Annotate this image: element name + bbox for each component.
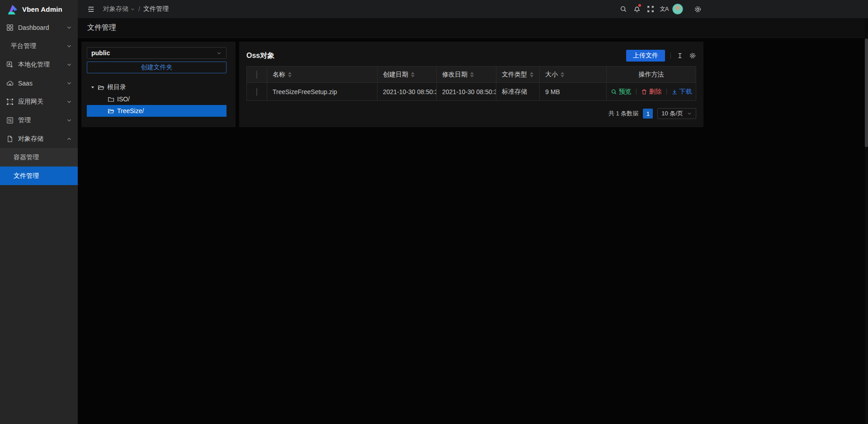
notification-badge: [638, 4, 641, 7]
sidebar-item-saas[interactable]: Saas: [0, 74, 78, 92]
sort-icon[interactable]: [561, 72, 564, 77]
scrollbar-track[interactable]: [865, 18, 868, 424]
bucket-select-value: public: [91, 49, 110, 57]
sidebar-item-label: Saas: [18, 80, 66, 87]
action-divider: [666, 89, 667, 95]
breadcrumb-section[interactable]: 对象存储: [103, 5, 135, 13]
chevron-down-icon: [66, 62, 72, 68]
tree-item-label: TreeSize/: [117, 107, 144, 114]
sidebar-item-label: Dashboard: [18, 24, 66, 31]
row-height-icon[interactable]: [676, 52, 684, 59]
sidebar-item-localization[interactable]: 本地化管理: [0, 55, 78, 74]
chevron-down-icon: [66, 24, 72, 31]
col-header-name: 名称: [273, 71, 285, 79]
breadcrumb-separator: /: [138, 5, 140, 13]
app-logo[interactable]: Vben Admin: [0, 0, 78, 18]
search-icon[interactable]: [617, 0, 630, 18]
cell-file-name: TreeSizeFreeSetup.zip: [267, 83, 377, 101]
create-folder-button[interactable]: 创建文件夹: [87, 62, 226, 73]
cell-file-size: 9 MB: [540, 83, 607, 101]
folder-open-icon: [108, 108, 114, 114]
scrollbar-thumb[interactable]: [865, 38, 868, 147]
column-settings-gear-icon[interactable]: [689, 52, 696, 59]
sidebar-item-gateway[interactable]: 应用网关: [0, 92, 78, 111]
tree-item-treesize[interactable]: TreeSize/: [87, 105, 226, 117]
chevron-up-icon: [66, 136, 72, 142]
sidebar-item-label: 平台管理: [11, 42, 66, 50]
main-area: 对象存储 / 文件管理 文A: [78, 0, 868, 424]
page-size-select[interactable]: 10 条/页: [657, 108, 696, 119]
sidebar-item-label: 管理: [18, 116, 66, 124]
sidebar-item-dashboard[interactable]: Dashboard: [0, 18, 78, 37]
tree-item-label: 根目录: [107, 83, 126, 91]
action-divider: [636, 89, 637, 95]
col-header-created: 创建日期: [383, 71, 408, 79]
preview-action[interactable]: 预览: [611, 88, 632, 96]
col-header-size: 大小: [545, 71, 558, 79]
sort-icon[interactable]: [288, 72, 292, 77]
folder-tree: 根目录 ISO/ TreeSize/: [87, 81, 226, 117]
sidebar-item-label: 本地化管理: [18, 61, 66, 69]
page-title-bar: 文件管理: [78, 18, 868, 38]
chevron-down-icon: [687, 111, 692, 116]
tree-item-iso[interactable]: ISO/: [87, 93, 226, 105]
download-icon: [671, 89, 678, 95]
sidebar-item-label: 应用网关: [18, 98, 66, 106]
sliders-icon: [6, 117, 14, 124]
sidebar-menu: Dashboard 平台管理 本地化管理: [0, 18, 78, 185]
gateway-icon: [6, 98, 14, 105]
top-header: 对象存储 / 文件管理 文A: [78, 0, 868, 18]
delete-action[interactable]: 删除: [641, 88, 662, 96]
pagination-total: 共 1 条数据: [609, 110, 638, 118]
page-title: 文件管理: [87, 23, 116, 33]
pagination-page-1[interactable]: 1: [643, 109, 653, 119]
select-all-checkbox[interactable]: [256, 71, 257, 79]
chevron-down-icon: [66, 99, 72, 105]
trash-icon: [641, 89, 647, 95]
avatar[interactable]: [671, 0, 684, 18]
content: public 创建文件夹 根目录: [78, 38, 868, 424]
breadcrumb: 对象存储 / 文件管理: [103, 5, 169, 13]
sort-icon[interactable]: [530, 72, 533, 77]
sort-icon[interactable]: [470, 72, 474, 77]
cell-created-date: 2021-10-30 08:50:36: [377, 83, 437, 101]
notification-bell-icon[interactable]: [630, 0, 644, 18]
sidebar-item-object-storage[interactable]: 对象存储: [0, 129, 78, 148]
folder-open-icon: [98, 84, 104, 91]
caret-down-icon[interactable]: [90, 85, 95, 90]
sidebar-subitem-file-manage[interactable]: 文件管理: [0, 167, 78, 185]
table-header-row: 名称 创建日期 修改日期 文件类型 大小 操作方法: [247, 67, 696, 83]
oss-panel-title: Oss对象: [246, 51, 274, 61]
col-header-filetype: 文件类型: [502, 71, 527, 79]
fullscreen-icon[interactable]: [644, 0, 657, 18]
page-size-value: 10 条/页: [661, 110, 683, 118]
folder-panel: public 创建文件夹 根目录: [81, 42, 236, 127]
sidebar-subitem-label: 容器管理: [14, 153, 39, 162]
tree-item-root[interactable]: 根目录: [87, 81, 226, 93]
download-action[interactable]: 下载: [671, 88, 692, 96]
magnifier-icon: [611, 89, 617, 95]
upload-file-button[interactable]: 上传文件: [626, 50, 665, 62]
localization-icon: [6, 61, 14, 68]
sidebar-subitem-container-manage[interactable]: 容器管理: [0, 148, 78, 167]
tree-item-label: ISO/: [117, 95, 130, 103]
cell-modified-date: 2021-10-30 08:50:36: [437, 83, 496, 101]
sidebar-item-platform[interactable]: 平台管理: [0, 37, 78, 55]
translate-icon[interactable]: 文A: [657, 0, 671, 18]
col-header-actions: 操作方法: [639, 71, 664, 78]
sidebar-item-manage[interactable]: 管理: [0, 111, 78, 129]
settings-gear-icon[interactable]: [691, 0, 704, 18]
chevron-down-icon: [66, 80, 72, 86]
oss-table: 名称 创建日期 修改日期 文件类型 大小 操作方法: [246, 66, 696, 101]
table-row: TreeSizeFreeSetup.zip 2021-10-30 08:50:3…: [247, 83, 696, 101]
sort-icon[interactable]: [411, 72, 415, 77]
bucket-select[interactable]: public: [87, 47, 226, 59]
chevron-down-icon: [216, 50, 222, 56]
menu-fold-icon[interactable]: [84, 2, 98, 16]
chevron-down-icon: [66, 117, 72, 124]
cloud-icon: [6, 80, 14, 87]
toolbar-divider: [670, 52, 671, 59]
row-actions: 预览 删除 下载: [607, 88, 696, 96]
row-checkbox[interactable]: [256, 88, 257, 96]
oss-panel: Oss对象 上传文件 名称: [239, 42, 703, 127]
